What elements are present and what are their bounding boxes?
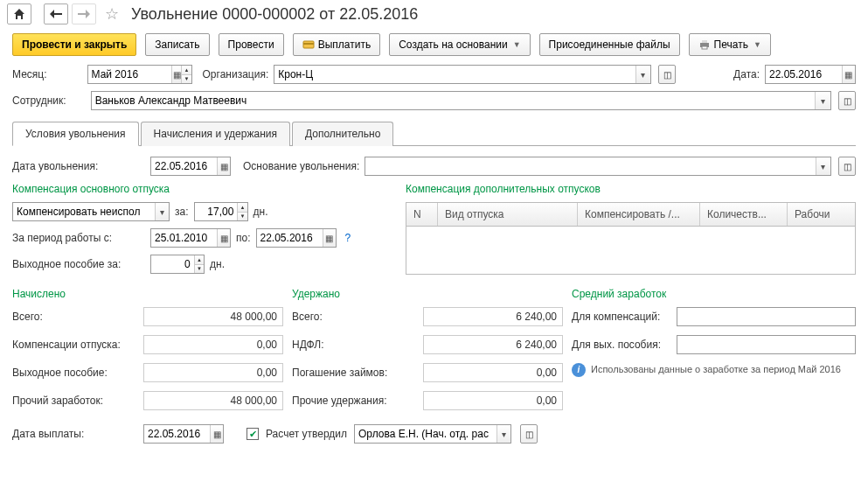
ndfl-field: 6 240,00	[423, 335, 563, 354]
dismissal-date-input[interactable]: ▦	[150, 157, 231, 176]
col-type: Вид отпуска	[438, 203, 578, 226]
print-button[interactable]: Печать▼	[689, 33, 771, 56]
severance-days-input[interactable]: ▲▼	[150, 255, 205, 274]
org-open-button[interactable]: ◫	[658, 65, 676, 84]
tab-dismissal-conditions[interactable]: Условия увольнения	[12, 122, 139, 146]
employee-input[interactable]: ▾	[91, 91, 831, 110]
help-link[interactable]: ?	[345, 232, 351, 244]
create-based-on-button[interactable]: Создать на основании▼	[389, 33, 530, 56]
info-icon: i	[572, 363, 586, 377]
approver-open-button[interactable]: ◫	[520, 424, 538, 444]
month-label: Месяц:	[12, 68, 47, 80]
reason-open-button[interactable]: ◫	[838, 157, 856, 176]
approver-input[interactable]: ▾	[354, 424, 511, 444]
dismissal-date-label: Дата увольнения:	[12, 160, 145, 172]
col-compensate: Компенсировать /...	[578, 203, 700, 226]
favorite-star-icon[interactable]: ☆	[105, 4, 119, 24]
col-qty: Количеств...	[700, 203, 788, 226]
back-button[interactable]	[44, 3, 68, 24]
approved-label: Расчет утвердил	[266, 428, 347, 440]
calendar-icon[interactable]: ▦	[323, 229, 336, 247]
svg-rect-1	[303, 43, 314, 45]
tab-additional[interactable]: Дополнительно	[292, 122, 393, 146]
calendar-icon[interactable]: ▦	[210, 425, 223, 443]
severance-field: 0,00	[143, 363, 283, 382]
comp-vac-field: 0,00	[143, 335, 283, 354]
org-label: Организация:	[203, 68, 269, 80]
other-ded-field: 0,00	[423, 391, 563, 410]
other-earn-field: 48 000,00	[143, 391, 283, 410]
total-accrued-field: 48 000,00	[143, 307, 283, 326]
total-withheld-field: 6 240,00	[423, 307, 563, 326]
period-label: За период работы с:	[12, 232, 145, 244]
employee-label: Сотрудник:	[12, 94, 66, 107]
comp-main-title: Компенсация основного отпуска	[12, 183, 388, 195]
month-input[interactable]: ▦ ▲▼	[87, 65, 192, 84]
paydate-label: Дата выплаты:	[12, 428, 136, 440]
approved-checkbox[interactable]: ✔	[247, 428, 259, 440]
save-button[interactable]: Записать	[145, 33, 209, 56]
pay-button[interactable]: Выплатить	[293, 33, 381, 56]
for-comp-input[interactable]	[677, 307, 856, 326]
period-to-input[interactable]: ▦	[256, 228, 337, 248]
svg-rect-4	[702, 46, 707, 49]
comp-extra-title: Компенсация дополнительных отпусков	[406, 183, 856, 195]
calendar-icon[interactable]: ▦	[842, 66, 855, 83]
reason-label: Основание увольнения:	[243, 160, 359, 172]
severance-label: Выходное пособие за:	[12, 258, 145, 270]
post-button[interactable]: Провести	[219, 33, 284, 56]
post-and-close-button[interactable]: Провести и закрыть	[12, 33, 136, 56]
col-n: N	[406, 203, 438, 226]
forward-button	[72, 3, 96, 24]
home-button[interactable]	[7, 3, 31, 24]
dropdown-icon[interactable]: ▾	[816, 157, 830, 175]
date-input[interactable]: ▦	[765, 65, 856, 84]
for-sev-input[interactable]	[677, 335, 856, 354]
reason-input[interactable]: ▾	[365, 157, 831, 176]
month-picker-icon[interactable]: ▦	[171, 66, 181, 83]
accrued-title: Начислено	[12, 288, 283, 300]
dropdown-icon[interactable]: ▾	[496, 425, 510, 443]
period-from-input[interactable]: ▦	[150, 228, 231, 248]
page-title: Увольнение 0000-000002 от 22.05.2016	[131, 5, 418, 24]
dropdown-icon[interactable]: ▾	[815, 92, 830, 109]
tab-accruals[interactable]: Начисления и удержания	[141, 122, 290, 146]
col-work: Рабочи	[788, 203, 855, 226]
dropdown-icon[interactable]: ▾	[155, 203, 169, 220]
calendar-icon[interactable]: ▦	[217, 157, 230, 175]
avg-title: Средний заработок	[572, 288, 856, 300]
paydate-input[interactable]: ▦	[143, 424, 224, 444]
comp-mode-select[interactable]: ▾	[12, 202, 170, 221]
days-input[interactable]: ▲▼	[194, 202, 248, 221]
svg-rect-3	[702, 40, 707, 43]
dropdown-icon[interactable]: ▾	[635, 66, 650, 83]
info-text: Использованы данные о заработке за перио…	[591, 363, 841, 377]
org-input[interactable]: ▾	[274, 65, 651, 84]
withheld-title: Удержано	[292, 288, 563, 300]
employee-open-button[interactable]: ◫	[838, 91, 856, 110]
loans-field: 0,00	[423, 363, 563, 382]
extra-vacation-table[interactable]: N Вид отпуска Компенсировать /... Количе…	[406, 202, 856, 275]
date-label: Дата:	[733, 68, 760, 80]
attached-files-button[interactable]: Присоединенные файлы	[539, 33, 680, 56]
calendar-icon[interactable]: ▦	[217, 229, 230, 247]
